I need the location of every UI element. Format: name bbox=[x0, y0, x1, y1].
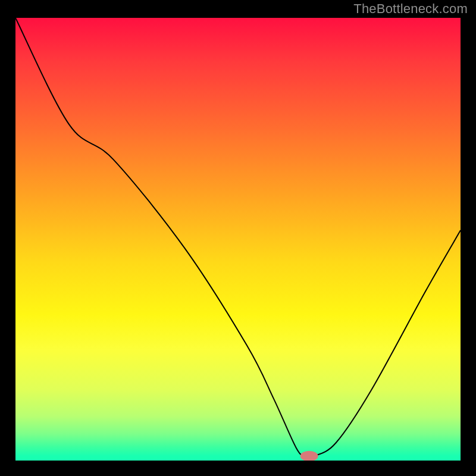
watermark-text: TheBottleneck.com bbox=[353, 1, 468, 17]
plot-area bbox=[15, 18, 461, 461]
bottleneck-curve bbox=[15, 18, 461, 458]
optimum-marker bbox=[300, 451, 318, 461]
curve-svg bbox=[15, 18, 461, 461]
chart-container: TheBottleneck.com bbox=[0, 0, 476, 476]
